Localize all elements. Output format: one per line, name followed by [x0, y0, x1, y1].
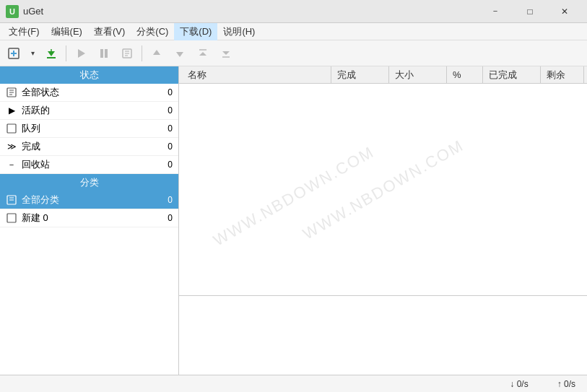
- watermark: WWW.NBDOWN.COM: [300, 136, 467, 243]
- menu-view[interactable]: 查看(V): [88, 23, 131, 40]
- add-queue-button[interactable]: [40, 43, 62, 64]
- title-bar-left: U uGet: [6, 5, 43, 18]
- move-up-button[interactable]: [146, 43, 168, 64]
- move-top-button[interactable]: [192, 43, 214, 64]
- sidebar-item-recycle[interactable]: － 回收站 0: [0, 156, 178, 174]
- menu-file[interactable]: 文件(F): [3, 23, 45, 40]
- recycle-label: 回收站: [22, 158, 50, 171]
- active-count: 0: [168, 105, 173, 116]
- left-panel: 状态 全部状态 0 ▶ 活跃的 0 队列: [0, 66, 179, 375]
- sidebar-item-active[interactable]: ▶ 活跃的 0: [0, 102, 178, 120]
- sidebar-item-complete[interactable]: ≫ 完成 0: [0, 138, 178, 156]
- sidebar-item-all-status[interactable]: 全部状态 0: [0, 84, 178, 102]
- app-title: uGet: [23, 6, 43, 17]
- svg-marker-5: [48, 51, 55, 56]
- sidebar-item-new-0[interactable]: 新建 0 0: [0, 209, 178, 227]
- toolbar-sep-1: [66, 45, 66, 61]
- sidebar-item-all-categories[interactable]: 全部分类 0: [0, 191, 178, 209]
- move-up-icon: [151, 48, 162, 59]
- col-header-name: 名称: [182, 66, 331, 83]
- col-header-size: 大小: [389, 66, 447, 83]
- svg-text:U: U: [9, 7, 15, 16]
- new-0-label: 新建 0: [22, 212, 48, 225]
- col-header-done: 已完成: [483, 66, 541, 83]
- category-section-header: 分类: [0, 174, 178, 191]
- complete-count: 0: [168, 141, 173, 152]
- queue-icon: [6, 123, 17, 134]
- download-speed: ↓ 0/s: [510, 379, 528, 389]
- queue-label: 队列: [22, 122, 40, 135]
- upload-speed-text: ↑ 0/s: [557, 379, 575, 389]
- all-status-icon: [6, 87, 17, 98]
- svg-marker-17: [199, 52, 206, 56]
- svg-marker-8: [78, 49, 85, 58]
- menu-download[interactable]: 下载(D): [174, 23, 217, 40]
- dropdown-button[interactable]: ▾: [26, 43, 39, 64]
- col-header-percent: %: [447, 66, 483, 83]
- pause-icon: [98, 48, 110, 59]
- add-queue-icon: [45, 47, 58, 60]
- column-headers: 名称 完成 大小 % 已完成 剩余: [179, 66, 587, 84]
- move-bottom-icon: [220, 48, 232, 59]
- all-categories-icon: [6, 194, 17, 206]
- svg-marker-15: [153, 50, 160, 55]
- svg-rect-10: [105, 49, 108, 58]
- sidebar-item-queue[interactable]: 队列 0: [0, 120, 178, 138]
- menu-category[interactable]: 分类(C): [131, 23, 174, 40]
- detail-area: WWW.NBDOWN.COM: [179, 295, 587, 375]
- new-download-button[interactable]: [3, 43, 25, 64]
- new-0-icon: [6, 212, 17, 224]
- svg-rect-9: [100, 49, 103, 58]
- col-header-complete: 完成: [331, 66, 389, 83]
- svg-rect-29: [7, 214, 16, 222]
- start-button[interactable]: [70, 43, 92, 64]
- menu-help[interactable]: 说明(H): [217, 23, 261, 40]
- pause-button[interactable]: [93, 43, 115, 64]
- menu-bar: 文件(F) 编辑(E) 查看(V) 分类(C) 下载(D) 说明(H): [0, 23, 587, 40]
- active-label: 活跃的: [22, 104, 50, 117]
- new-download-icon: [7, 47, 20, 60]
- toolbar: ▾: [0, 40, 587, 66]
- download-list-area: WWW.NBDOWN.COM: [179, 84, 587, 295]
- right-panel: 名称 完成 大小 % 已完成 剩余 WWW.NBDOWN.COM WWW.NBD…: [179, 66, 587, 375]
- status-bar: ↓ 0/s ↑ 0/s: [0, 375, 587, 392]
- properties-button[interactable]: [116, 43, 138, 64]
- new-0-count: 0: [168, 213, 173, 223]
- move-down-icon: [174, 48, 186, 59]
- svg-rect-25: [7, 124, 16, 133]
- complete-icon: ≫: [6, 141, 17, 152]
- svg-marker-19: [222, 51, 230, 55]
- title-bar: U uGet － □ ✕: [0, 0, 587, 23]
- toolbar-sep-2: [142, 45, 142, 61]
- move-down-button[interactable]: [169, 43, 191, 64]
- main-content: 状态 全部状态 0 ▶ 活跃的 0 队列: [0, 66, 587, 375]
- recycle-count: 0: [168, 160, 173, 170]
- menu-edit[interactable]: 编辑(E): [45, 23, 88, 40]
- upload-speed: ↑ 0/s: [557, 379, 575, 389]
- svg-marker-16: [176, 52, 183, 57]
- recycle-icon: －: [6, 159, 17, 170]
- all-categories-count: 0: [168, 195, 173, 205]
- all-categories-label: 全部分类: [22, 193, 59, 206]
- move-top-icon: [197, 48, 209, 59]
- properties-icon: [121, 48, 133, 59]
- all-status-count: 0: [168, 87, 173, 97]
- close-button[interactable]: ✕: [548, 0, 581, 23]
- queue-count: 0: [168, 123, 173, 134]
- col-header-remain: 剩余: [541, 66, 584, 83]
- all-status-label: 全部状态: [22, 86, 59, 99]
- app-icon: U: [6, 5, 19, 18]
- status-section-header: 状态: [0, 66, 178, 84]
- complete-label: 完成: [22, 140, 40, 153]
- download-speed-text: ↓ 0/s: [510, 379, 528, 389]
- minimize-button[interactable]: －: [479, 0, 512, 23]
- move-bottom-button[interactable]: [215, 43, 237, 64]
- title-controls: － □ ✕: [479, 0, 581, 23]
- active-icon: ▶: [6, 105, 17, 116]
- maximize-button[interactable]: □: [513, 0, 547, 23]
- start-icon: [75, 48, 87, 59]
